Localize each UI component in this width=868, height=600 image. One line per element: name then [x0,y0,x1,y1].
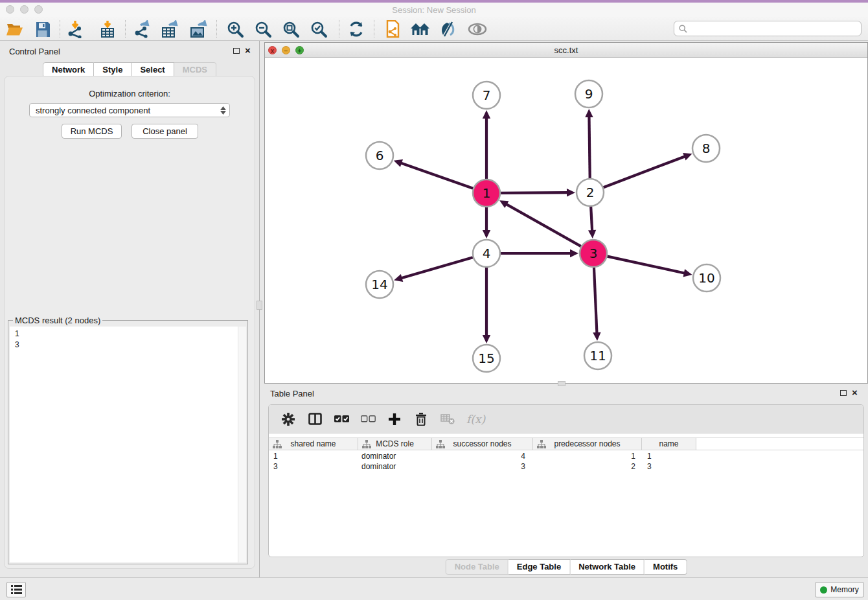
network-graph: 7968124314101511 [265,58,867,383]
tab-node-table[interactable]: Node Table [446,559,508,575]
close-panel-icon[interactable]: × [245,47,251,54]
table-cell[interactable]: 3 [432,461,533,472]
trash-icon [415,413,427,426]
network-canvas[interactable]: 7968124314101511 [265,58,867,383]
table-cell[interactable]: 4 [432,451,533,461]
table-settings-button[interactable] [280,411,296,427]
list-icon [11,585,22,594]
tab-edge-table[interactable]: Edge Table [508,559,570,575]
search-icon [679,25,687,33]
zoom-fit-button[interactable] [281,19,301,39]
hide-details-button[interactable] [468,19,487,39]
graph-edge-2-8[interactable] [604,156,687,187]
zoom-in-icon [227,21,244,38]
edge-arrowhead [683,269,692,277]
graph-edge-1-2[interactable] [501,192,569,193]
float-table-panel-icon[interactable] [840,390,847,396]
main-toolbar [0,17,868,41]
tab-network-table[interactable]: Network Table [570,559,645,575]
graph-node-label: 2 [586,185,595,200]
table-cell[interactable]: 1 [269,451,358,461]
vertical-splitter-grip[interactable] [257,301,262,310]
delete-table-icon [440,414,455,424]
show-graphics-details-icon [439,21,457,37]
graph-edge-3-10[interactable] [607,257,685,273]
open-session-button[interactable] [5,19,25,39]
column-header-mcds-role[interactable]: MCDS role [358,438,432,450]
zoom-selected-button[interactable] [309,19,328,39]
memory-button[interactable]: Memory [815,582,864,597]
delete-table-button[interactable] [440,411,455,427]
toolbar-divider [339,20,339,38]
plus-icon [389,413,400,425]
mcds-result-title: MCDS result (2 nodes) [13,316,102,325]
graph-node-label: 8 [702,141,711,156]
network-view-window: x − + scc.txt 7968124314101511 [264,42,868,384]
close-table-panel-icon[interactable]: × [852,389,858,396]
column-header-shared-name[interactable]: shared name [269,438,358,450]
search-input[interactable] [691,23,861,34]
table-cell[interactable]: 1 [533,451,642,461]
graph-edge-2-9[interactable] [589,115,589,178]
table-cell[interactable]: 3 [642,461,696,472]
search-field[interactable] [674,21,862,36]
delete-column-button[interactable] [413,411,429,427]
show-graphics-details-button[interactable] [439,19,458,39]
save-session-button[interactable] [32,19,52,39]
graph-edge-2-3[interactable] [591,207,592,232]
table-cell[interactable]: dominator [358,461,432,472]
horizontal-splitter-grip[interactable] [558,381,565,386]
network-window-titlebar[interactable]: x − + scc.txt [265,43,867,58]
tab-motifs[interactable]: Motifs [645,559,687,575]
column-header-name[interactable]: name [642,438,696,450]
node-table-panel: f(x) shared name MCDS role [268,404,864,557]
float-panel-icon[interactable] [233,48,240,54]
result-scrollbar[interactable] [238,327,246,562]
unselect-all-columns-button[interactable] [360,411,376,427]
select-all-columns-button[interactable] [334,411,349,427]
eye-icon [468,23,487,36]
edge-arrowhead [394,274,403,282]
table-cell[interactable]: dominator [358,451,432,461]
function-builder-button[interactable]: f(x) [466,413,485,426]
table-panel-tabs: Node Table Edge Table Network Table Moti… [446,559,687,575]
task-history-button[interactable] [6,582,26,597]
table-body: 1dominator4113dominator323 [269,451,863,472]
session-title: Session: New Session [0,5,868,15]
import-table-button[interactable] [98,19,117,39]
graph-edge-4-14[interactable] [400,257,473,279]
memory-status-dot [820,586,827,594]
import-network-button[interactable] [65,19,85,39]
apply-layout-button[interactable] [347,19,366,39]
table-cell[interactable]: 3 [269,461,358,472]
graph-edge-1-6[interactable] [400,163,473,189]
zoom-out-button[interactable] [253,19,273,39]
column-header-predecessor-nodes[interactable]: predecessor nodes [533,438,642,450]
close-panel-button[interactable]: Close panel [131,124,198,139]
new-network-from-selection-button[interactable] [382,19,402,39]
export-table-icon [161,20,179,38]
network-view-title: scc.txt [265,45,867,55]
export-table-button[interactable] [160,19,179,39]
network-file-icon [383,20,400,38]
graph-edge-3-1[interactable] [505,203,581,246]
create-column-button[interactable] [387,411,402,427]
criterion-dropdown[interactable]: strongly connected component [29,103,230,117]
graph-edge-3-11[interactable] [594,268,597,334]
control-panel-title: Control Panel [9,47,60,56]
show-column-button[interactable] [307,411,323,427]
export-image-button[interactable] [188,19,208,39]
graph-node-label: 3 [589,246,598,261]
optimization-criterion-label: Optimization criterion: [0,89,259,98]
home-view-button[interactable] [411,19,430,39]
import-table-icon [99,20,116,38]
titlebar: Session: New Session [0,3,868,17]
toolbar-divider [374,20,374,38]
table-cell[interactable]: 2 [533,461,642,472]
edge-arrowhead [588,230,596,238]
column-header-successor-nodes[interactable]: successor nodes [432,438,533,450]
run-mcds-button[interactable]: Run MCDS [62,124,122,139]
zoom-in-button[interactable] [225,19,245,39]
export-network-button[interactable] [132,19,152,39]
table-cell[interactable]: 1 [642,451,696,461]
